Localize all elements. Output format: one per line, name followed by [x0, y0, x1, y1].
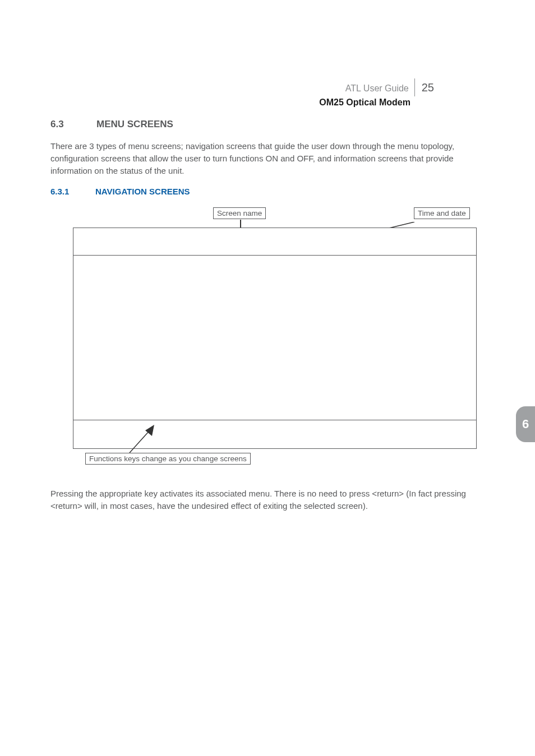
navigation-screen-figure: Screen name Time and date F	[67, 207, 477, 465]
subsection-title: NAVIGATION SCREENS	[95, 187, 190, 196]
section-heading: 6.3 MENU SCREENS	[50, 119, 485, 130]
page-header: ATL User Guide 25 OM25 Optical Modem	[0, 78, 434, 108]
subsection-heading: 6.3.1 NAVIGATION SCREENS	[50, 187, 485, 196]
header-top-row: ATL User Guide 25	[0, 78, 434, 96]
section-title: MENU SCREENS	[96, 119, 173, 130]
section-6-3: 6.3 MENU SCREENS There are 3 types of me…	[50, 119, 485, 512]
arrow-diagonal-up-icon	[125, 423, 159, 455]
guide-title: ATL User Guide	[345, 84, 409, 94]
svg-line-2	[130, 430, 150, 453]
frame-header-divider	[73, 255, 476, 256]
page: ATL User Guide 25 OM25 Optical Modem 6.3…	[0, 0, 535, 756]
section-intro-paragraph: There are 3 types of menu screens; navig…	[50, 140, 485, 177]
callout-time-and-date: Time and date	[414, 207, 470, 219]
product-name: OM25 Optical Modem	[0, 98, 434, 108]
callout-function-keys: Functions keys change as you change scre…	[85, 453, 251, 465]
closing-paragraph: Pressing the appropriate key activates i…	[50, 488, 485, 512]
chapter-tab: 6	[516, 406, 535, 442]
frame-footer-divider	[73, 420, 476, 420]
page-number: 25	[414, 78, 434, 96]
screenshot-frame	[73, 228, 477, 449]
subsection-number: 6.3.1	[50, 187, 79, 196]
section-number: 6.3	[50, 119, 74, 130]
callout-screen-name: Screen name	[213, 207, 266, 219]
